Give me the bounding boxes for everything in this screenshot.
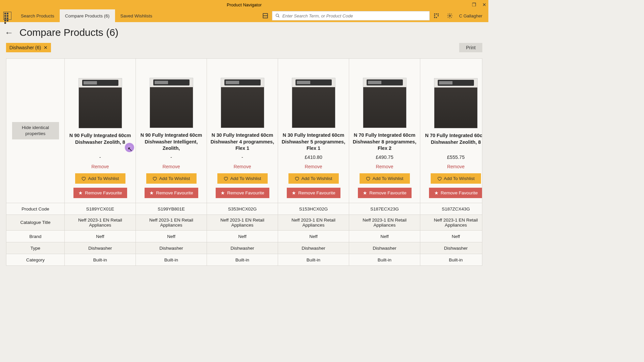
- svg-rect-7: [436, 17, 437, 18]
- remove-favourite-button[interactable]: Remove Favourite: [145, 188, 198, 198]
- product-name: N 70 Fully Integrated 60cm Dishwasher Ze…: [424, 132, 482, 152]
- remove-favourite-button[interactable]: Remove Favourite: [358, 188, 412, 198]
- row-value: S187ZCX43G: [420, 203, 482, 215]
- add-wishlist-button[interactable]: Add To Wishlist: [75, 173, 125, 184]
- product-price: £410.80: [305, 155, 322, 161]
- table-row: Product CodeS189YCX01ES199YB801ES353HCX0…: [6, 203, 482, 215]
- product-image[interactable]: [434, 78, 478, 128]
- remove-link[interactable]: Remove: [233, 164, 251, 169]
- row-value: Dishwasher: [207, 242, 278, 254]
- svg-rect-8: [437, 15, 438, 16]
- search-box[interactable]: [272, 11, 430, 20]
- product-image[interactable]: [78, 78, 122, 128]
- tab-search-products[interactable]: Search Products: [15, 9, 60, 22]
- window-close-icon[interactable]: ✕: [482, 2, 486, 7]
- heart-icon: [294, 176, 299, 181]
- search-icon: [275, 13, 280, 18]
- table-row: TypeDishwasherDishwasherDishwasherDishwa…: [6, 242, 482, 254]
- product-column: N 90 Fully Integrated 60cm Dishwasher In…: [136, 59, 207, 203]
- row-label: Product Code: [6, 203, 64, 215]
- remove-favourite-button[interactable]: Remove Favourite: [216, 188, 269, 198]
- row-value: S153HCX02G: [278, 203, 349, 215]
- add-wishlist-button[interactable]: Add To Wishlist: [431, 173, 481, 184]
- window-maximize-icon[interactable]: ❐: [472, 2, 476, 7]
- heart-icon: [152, 176, 157, 181]
- svg-rect-2: [434, 13, 435, 14]
- remove-favourite-button[interactable]: Remove Favourite: [429, 188, 482, 198]
- star-icon: [78, 191, 83, 195]
- row-value: Neff: [207, 231, 278, 242]
- remove-favourite-button[interactable]: Remove Favourite: [287, 188, 340, 198]
- row-value: Neff: [278, 231, 349, 242]
- product-price: -: [170, 155, 172, 161]
- product-name: N 90 Fully Integrated 60cm Dishwasher Ze…: [68, 132, 132, 152]
- product-column: N 70 Fully Integrated 60cm Dishwasher 8 …: [349, 59, 420, 203]
- product-price: -: [241, 155, 243, 161]
- qr-icon[interactable]: [432, 12, 440, 20]
- row-value: S187ECX23G: [349, 203, 420, 215]
- row-value: Dishwasher: [420, 242, 482, 254]
- star-icon: [220, 191, 225, 195]
- remove-link[interactable]: Remove: [376, 164, 393, 169]
- row-value: Neff 2023-1 EN Retail Appliances: [65, 215, 136, 230]
- row-value: Built-in: [207, 254, 278, 265]
- star-icon: [434, 191, 439, 195]
- user-name[interactable]: C Gallagher: [457, 13, 485, 18]
- product-image[interactable]: [150, 78, 193, 128]
- hide-identical-button[interactable]: Hide identical properties: [12, 122, 59, 139]
- print-button[interactable]: Print: [459, 43, 482, 52]
- app-menu-icon[interactable]: [3, 12, 11, 20]
- row-label: Catalogue Title: [6, 215, 64, 230]
- row-value: Built-in: [349, 254, 420, 265]
- add-wishlist-button[interactable]: Add To Wishlist: [288, 173, 339, 184]
- product-name: N 70 Fully Integrated 60cm Dishwasher 8 …: [353, 132, 417, 152]
- product-image[interactable]: [221, 78, 264, 128]
- close-icon[interactable]: ✕: [44, 45, 48, 50]
- row-value: Neff 2023-1 EN Retail Appliances: [136, 215, 207, 230]
- table-row: BrandNeffNeffNeffNeffNeffNeff: [6, 230, 482, 242]
- tab-compare-products[interactable]: Compare Products (6): [60, 9, 115, 22]
- table-row: Catalogue TitleNeff 2023-1 EN Retail App…: [6, 215, 482, 230]
- gear-icon[interactable]: [446, 12, 454, 20]
- remove-link[interactable]: Remove: [91, 164, 109, 169]
- product-price: -: [99, 155, 101, 161]
- product-image[interactable]: [363, 78, 407, 128]
- remove-favourite-button[interactable]: Remove Favourite: [73, 188, 127, 198]
- window-title: Product Navigator: [227, 2, 262, 7]
- row-value: Neff: [65, 231, 136, 242]
- remove-link[interactable]: Remove: [162, 164, 180, 169]
- row-value: Neff: [420, 231, 482, 242]
- add-wishlist-button[interactable]: Add To Wishlist: [360, 173, 410, 184]
- product-column: N 70 Fully Integrated 60cm Dishwasher Ze…: [420, 59, 482, 203]
- row-value: Dishwasher: [136, 242, 207, 254]
- add-wishlist-button[interactable]: Add To Wishlist: [217, 173, 268, 184]
- heart-icon: [81, 176, 86, 181]
- row-value: Neff 2023-1 EN Retail Appliances: [349, 215, 420, 230]
- heart-icon: [437, 176, 442, 181]
- row-value: S189YCX01E: [65, 203, 136, 215]
- remove-link[interactable]: Remove: [447, 164, 465, 169]
- heart-icon: [366, 176, 370, 181]
- heart-icon: [223, 176, 228, 181]
- svg-rect-4: [437, 13, 438, 14]
- remove-link[interactable]: Remove: [305, 164, 322, 169]
- svg-point-9: [449, 15, 450, 17]
- filter-chip-label: Dishwasher (6): [9, 45, 41, 50]
- row-value: Dishwasher: [278, 242, 349, 254]
- filter-chip-dishwasher[interactable]: Dishwasher (6) ✕: [6, 43, 51, 52]
- row-value: Built-in: [65, 254, 136, 265]
- row-value: Neff: [349, 231, 420, 242]
- window-titlebar: Product Navigator ❐ ✕: [0, 0, 488, 9]
- row-value: Neff 2023-1 EN Retail Appliances: [420, 215, 482, 230]
- svg-rect-5: [434, 15, 435, 16]
- add-wishlist-button[interactable]: Add To Wishlist: [146, 173, 197, 184]
- row-value: Built-in: [278, 254, 349, 265]
- scan-icon[interactable]: [261, 12, 269, 20]
- search-input[interactable]: [282, 13, 427, 18]
- row-value: S353HCX02G: [207, 203, 278, 215]
- product-name: N 30 Fully Integrated 60cm Dishwasher 5 …: [281, 132, 345, 152]
- star-icon: [149, 191, 154, 195]
- tab-saved-wishlists[interactable]: Saved Wishlists: [115, 9, 158, 22]
- product-image[interactable]: [292, 78, 335, 128]
- back-arrow-icon[interactable]: ←: [5, 27, 13, 38]
